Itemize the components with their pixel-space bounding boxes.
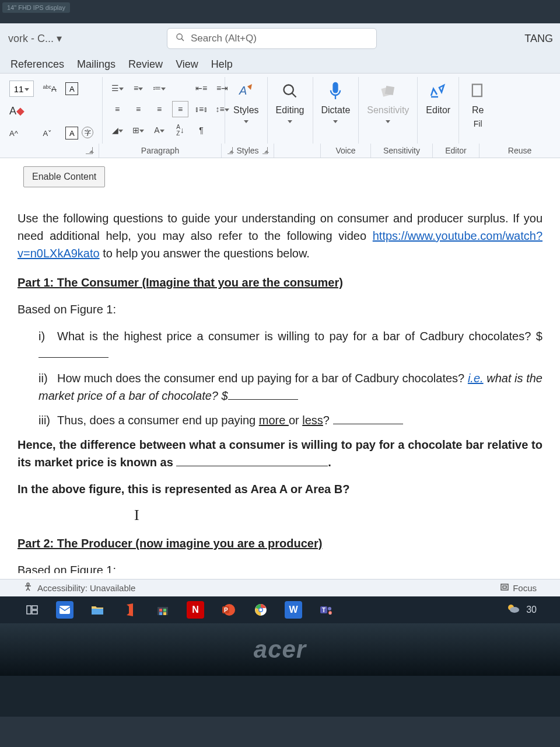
svg-line-1 (181, 39, 184, 41)
svg-text:8: 8 (329, 611, 331, 615)
office-icon[interactable] (121, 601, 139, 619)
svg-rect-16 (32, 610, 37, 614)
shading-button[interactable]: ◢ (109, 122, 125, 138)
editing-button[interactable]: Editing (268, 77, 313, 127)
tab-help[interactable]: Help (211, 58, 233, 71)
svg-text:A: A (239, 84, 247, 97)
hence-paragraph: Hence, the difference between what a con… (18, 436, 542, 471)
decrease-indent-button[interactable]: ⇤≡ (193, 80, 209, 96)
svg-text:T: T (322, 607, 326, 613)
enclose-characters-button[interactable]: 字 (82, 127, 93, 138)
sensitivity-label: Sensitivity (367, 105, 409, 116)
file-explorer-icon[interactable] (89, 601, 106, 619)
chevron-down-icon (244, 120, 249, 123)
status-bar: Accessibility: Unavailable Focus (0, 579, 560, 596)
user-name: TANG (524, 33, 555, 45)
reuse-files-button[interactable]: Re Fil (459, 77, 496, 132)
show-marks-button[interactable]: ¶ (193, 122, 209, 138)
svg-rect-12 (501, 584, 508, 590)
enable-content-button[interactable]: Enable Content (23, 166, 105, 187)
title-dropdown-icon[interactable]: ▾ (57, 33, 62, 44)
tab-review[interactable]: Review (128, 58, 163, 71)
clear-formatting-button[interactable]: abcA (43, 84, 60, 93)
chrome-icon[interactable] (252, 601, 270, 619)
font-size-selector[interactable]: 11 (9, 81, 34, 97)
sort-button[interactable]: AZ↓ (172, 122, 188, 138)
blank-input[interactable] (176, 455, 328, 466)
editor-group-label: Editor (445, 146, 467, 155)
editor-icon (428, 81, 449, 102)
blank-input[interactable] (333, 413, 403, 424)
accessibility-status[interactable]: Accessibility: Unavailable (37, 583, 135, 593)
character-border-button[interactable]: A (65, 82, 78, 95)
svg-point-3 (284, 85, 293, 95)
editing-group: Editing (268, 77, 313, 144)
dictate-button[interactable]: Dictate (313, 77, 359, 127)
grow-font-button[interactable]: A^ (9, 129, 37, 138)
task-view-icon[interactable] (23, 601, 41, 619)
store-icon[interactable] (154, 601, 172, 619)
chevron-down-icon (333, 120, 338, 123)
svg-point-29 (260, 609, 262, 612)
multilevel-list-button[interactable]: ≔ (151, 80, 167, 96)
document-title[interactable]: vork - C... ▾ (8, 32, 62, 45)
font-launcher-icon[interactable] (86, 147, 93, 154)
tab-mailings[interactable]: Mailings (77, 58, 116, 71)
svg-point-32 (328, 607, 331, 610)
styles-launcher2-icon[interactable] (262, 147, 268, 154)
svg-rect-14 (27, 606, 31, 614)
svg-point-11 (27, 583, 29, 585)
find-icon (279, 81, 300, 102)
reuse-group: Re Fil (459, 77, 496, 144)
tab-view[interactable]: View (176, 58, 198, 71)
reuse-group-label: Reuse (508, 146, 531, 155)
focus-button[interactable]: Focus (513, 583, 537, 593)
sensitivity-icon (377, 81, 398, 102)
mail-icon[interactable] (56, 601, 74, 619)
powerpoint-icon[interactable]: P (219, 601, 237, 619)
weather-icon[interactable] (506, 603, 520, 617)
dictate-label: Dictate (321, 105, 351, 116)
display-tag: 14" FHD IPS display (2, 2, 70, 13)
svg-rect-15 (32, 606, 37, 609)
teams-icon[interactable]: T8 (317, 601, 335, 619)
security-banner: Enable Content (0, 158, 560, 196)
svg-point-0 (177, 34, 182, 39)
justify-button[interactable]: ≡ (172, 101, 188, 117)
question-1: i)What is the highest price a consumer i… (38, 327, 542, 362)
highlight-button[interactable]: A (65, 127, 78, 139)
word-icon[interactable]: W (285, 601, 302, 619)
n-app-icon[interactable]: N (187, 601, 204, 619)
document-body[interactable]: Use the following questions to guide you… (0, 196, 560, 579)
search-input[interactable]: Search (Alt+Q) (167, 28, 377, 49)
document-title-text: vork - C... (8, 33, 54, 44)
styles-button[interactable]: A Styles (225, 77, 267, 127)
ribbon-group-labels: Paragraph Styles Voice Sensitivity Edito… (0, 144, 560, 158)
based-on-text: Based on Figure 1: (18, 301, 542, 318)
tab-references[interactable]: References (10, 58, 64, 71)
search-placeholder: Search (Alt+Q) (191, 33, 257, 44)
asian-layout-button[interactable]: A (151, 122, 167, 138)
area-question: In the above figure, this is represented… (18, 480, 542, 498)
editor-button[interactable]: Editor (418, 77, 459, 119)
editing-label: Editing (276, 105, 304, 116)
svg-rect-18 (92, 609, 103, 615)
accessibility-icon[interactable] (23, 582, 33, 594)
part1-heading: Part 1: The Consumer (Imagine that you a… (18, 274, 542, 291)
borders-button[interactable]: ⊞ (130, 122, 146, 138)
styles-launcher-icon[interactable] (228, 147, 233, 154)
weather-temp: 30 (526, 605, 537, 615)
voice-group: Dictate (313, 77, 359, 144)
bullet-list-button[interactable]: ☰ (109, 80, 125, 96)
blank-input[interactable] (228, 388, 298, 400)
align-left-button[interactable]: ≡ (109, 101, 125, 117)
numbered-list-button[interactable]: ≡ (130, 80, 146, 96)
align-center-button[interactable]: ≡ (130, 101, 146, 117)
align-right-button[interactable]: ≡ (151, 101, 167, 117)
svg-rect-19 (158, 607, 168, 615)
text-effects-button[interactable]: A◆ (9, 104, 37, 117)
shrink-font-button[interactable]: A˅ (43, 129, 60, 138)
distributed-button[interactable]: ⫾≡⫾ (193, 101, 209, 117)
focus-icon[interactable] (500, 582, 509, 594)
blank-input[interactable] (38, 346, 108, 358)
